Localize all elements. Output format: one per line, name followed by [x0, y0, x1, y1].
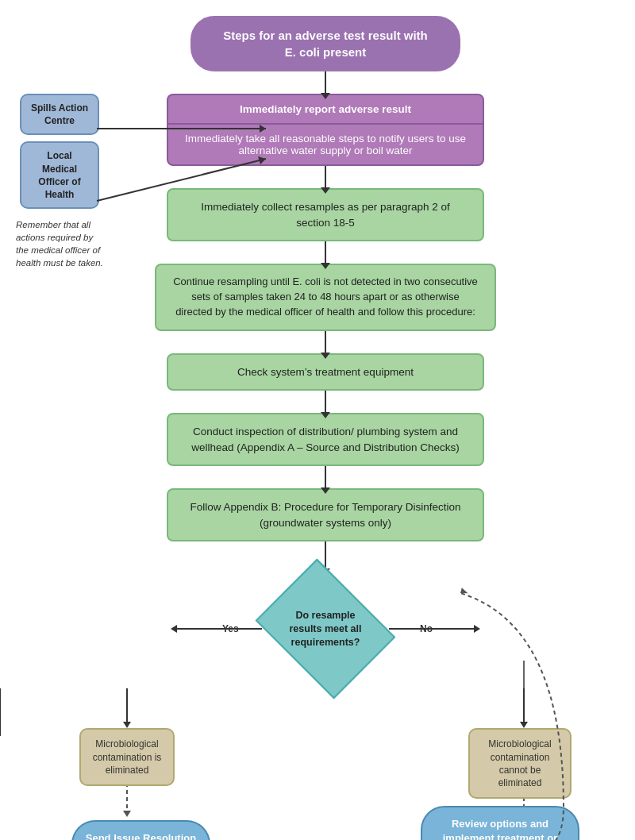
diamond-container: Do resample results meet all requirement… — [262, 577, 389, 680]
yes-label: Yes — [222, 623, 239, 634]
svg-marker-10 — [123, 811, 131, 817]
title-line1: Steps for an adverse test result with — [223, 29, 428, 42]
spills-action-centre-box: Spills Action Centre — [20, 94, 99, 135]
step2-box: Immediately collect resamples as per par… — [167, 188, 484, 241]
step1-top: Immediately report adverse result — [168, 95, 483, 125]
page-wrapper: Spills Action Centre Local Medical Offic… — [0, 0, 635, 840]
bottom-section: Microbiological contamination is elimina… — [64, 688, 587, 840]
tan-yes-box: Microbiological contamination is elimina… — [79, 728, 175, 786]
review-options-label: Review options and implement treatment o… — [421, 806, 579, 840]
svg-marker-8 — [520, 722, 528, 728]
send-resolution-box: Send Issue Resolution Notice — [71, 820, 210, 840]
local-medical-officer-box: Local Medical Officer of Health — [20, 141, 99, 209]
arrow-4 — [325, 331, 326, 353]
center-column: Steps for an adverse test result with E.… — [127, 16, 524, 840]
step5-box: Conduct inspection of distribution/ plum… — [167, 413, 484, 466]
svg-marker-3 — [474, 625, 480, 633]
tan-no-box: Microbiological contamination cannot be … — [468, 728, 572, 799]
title-box: Steps for an adverse test result with E.… — [190, 16, 460, 71]
step3-box: Continue resampling until E. coli is not… — [155, 264, 496, 331]
flowchart-container: Spills Action Centre Local Medical Offic… — [0, 0, 635, 840]
arrow-6 — [325, 466, 326, 488]
arrow-2 — [325, 166, 326, 188]
left-side-panel: Spills Action Centre Local Medical Offic… — [8, 94, 111, 270]
arrow-5 — [325, 391, 326, 413]
no-label: No — [420, 623, 433, 634]
send-resolution-label: Send Issue Resolution Notice — [71, 820, 210, 840]
arrow-1 — [325, 71, 326, 94]
svg-marker-1 — [171, 625, 177, 633]
step4-box: Check system’s treatment equipment — [167, 353, 484, 391]
tan-yes-label: Microbiological contamination is elimina… — [79, 728, 175, 786]
title-line2: E. coli present — [285, 45, 367, 59]
step1-bottom: Immediately take all reasonable steps to… — [168, 125, 483, 164]
svg-marker-6 — [123, 722, 131, 728]
arrow-7 — [325, 541, 326, 569]
review-options-box: Review options and implement treatment o… — [421, 806, 579, 840]
diamond-text: Do resample results meet all requirement… — [280, 609, 371, 649]
arrow-3 — [325, 241, 326, 264]
step1-box: Immediately report adverse result Immedi… — [167, 94, 484, 166]
step6-box: Follow Appendix B: Procedure for Tempora… — [167, 488, 484, 541]
diamond-section: Do resample results meet all requirement… — [127, 569, 524, 688]
tan-no-label: Microbiological contamination cannot be … — [468, 728, 572, 799]
medical-note: Remember that all actions required by th… — [16, 218, 103, 269]
